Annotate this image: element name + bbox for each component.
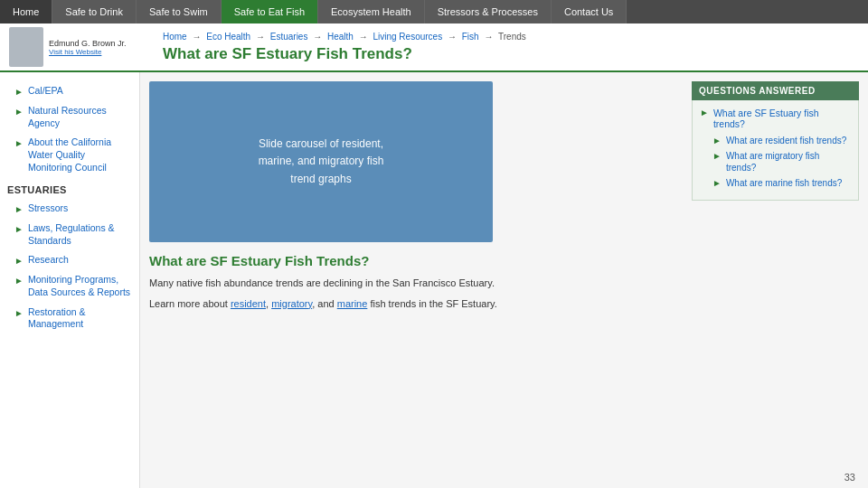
nav-ecosystem[interactable]: Ecosystem Health	[318, 0, 425, 23]
qa-sub-bullet-icon: ►	[712, 135, 722, 146]
page-title: What are SF Estuary Fish Trends?	[163, 45, 859, 63]
breadcrumb-arrow3: →	[313, 32, 322, 42]
breadcrumb-living[interactable]: Living Resources	[373, 32, 442, 42]
content-main: Slide carousel of resident,marine, and m…	[149, 81, 683, 479]
breadcrumb-arrow2: →	[256, 32, 265, 42]
sidebar-item-monitoring[interactable]: ► Monitoring Programs, Data Sources & Re…	[0, 270, 139, 302]
bullet-icon: ►	[14, 137, 24, 149]
breadcrumb-arrow4: →	[359, 32, 368, 42]
nav-safe-drink[interactable]: Safe to Drink	[52, 0, 137, 23]
bullet-icon: ►	[14, 223, 24, 235]
breadcrumb-arrow5: →	[448, 32, 457, 42]
logo-area: Edmund G. Brown Jr. Visit his Website	[9, 27, 154, 67]
fish-trend-carousel[interactable]: Slide carousel of resident,marine, and m…	[149, 81, 493, 242]
nav-safe-swim[interactable]: Safe to Swim	[137, 0, 222, 23]
content-title: What are SF Estuary Fish Trends?	[149, 253, 683, 268]
sidebar-item-about[interactable]: ► About the California Water Quality Mon…	[0, 133, 139, 177]
desc2-pre: Learn more about	[149, 298, 231, 309]
breadcrumb-home[interactable]: Home	[163, 32, 187, 42]
breadcrumb-fish[interactable]: Fish	[462, 32, 479, 42]
governor-info: Edmund G. Brown Jr. Visit his Website	[49, 39, 127, 56]
bullet-icon: ►	[14, 203, 24, 215]
sidebar-item-stressors[interactable]: ► Stressors	[0, 199, 139, 219]
governor-photo	[9, 27, 43, 67]
page-header: Edmund G. Brown Jr. Visit his Website Ho…	[0, 23, 868, 72]
nav-home[interactable]: Home	[0, 0, 52, 23]
bullet-icon: ►	[14, 255, 24, 267]
visit-website-link[interactable]: Visit his Website	[49, 48, 127, 56]
questions-answered-panel: QUESTIONS ANSWERED ► What are SF Estuary…	[692, 81, 859, 479]
qa-panel-header: QUESTIONS ANSWERED	[692, 81, 859, 100]
qa-bullet-icon: ►	[700, 108, 709, 117]
qa-panel-body: ► What are SF Estuary fish trends? ► Wha…	[692, 100, 859, 201]
content-area: Slide carousel of resident,marine, and m…	[140, 72, 868, 488]
breadcrumb-arrow6: →	[484, 32, 493, 42]
sidebar-item-research[interactable]: ► Research	[0, 250, 139, 270]
sidebar-section-estuaries: ESTUARIES	[0, 177, 139, 199]
bullet-icon: ►	[14, 86, 24, 98]
breadcrumb-eco[interactable]: Eco Health	[206, 32, 250, 42]
main-area: ► Cal/EPA ► Natural Resources Agency ► A…	[0, 72, 868, 488]
bullet-icon: ►	[14, 275, 24, 286]
qa-sub-item-marine[interactable]: ► What are marine fish trends?	[700, 177, 851, 189]
breadcrumb-health[interactable]: Health	[327, 32, 354, 42]
resident-link[interactable]: resident	[231, 298, 266, 309]
sidebar-item-restoration[interactable]: ► Restoration & Management	[0, 303, 139, 334]
nav-contact[interactable]: Contact Us	[552, 0, 627, 23]
breadcrumb-arrow: →	[192, 32, 201, 42]
top-navigation: Home Safe to Drink Safe to Swim Safe to …	[0, 0, 868, 23]
qa-sub-bullet-icon2: ►	[712, 150, 722, 162]
marine-link[interactable]: marine	[337, 298, 368, 309]
qa-sub-item-migratory[interactable]: ► What are migratory fish trends?	[700, 150, 851, 174]
bullet-icon: ►	[14, 307, 24, 319]
breadcrumb: Home → Eco Health → Estuaries → Health →…	[163, 32, 859, 42]
qa-sub-bullet-icon3: ►	[712, 177, 722, 189]
bullet-icon: ►	[14, 106, 24, 117]
desc2-comma2: , and	[312, 298, 337, 309]
breadcrumb-trends: Trends	[498, 32, 526, 42]
desc2-post: fish trends in the SF Estuary.	[367, 298, 496, 309]
header-right: Home → Eco Health → Estuaries → Health →…	[154, 32, 859, 63]
sidebar-item-calepa[interactable]: ► Cal/EPA	[0, 81, 139, 101]
governor-name: Edmund G. Brown Jr.	[49, 39, 127, 48]
page-number: 33	[844, 472, 855, 483]
migratory-link[interactable]: migratory	[271, 298, 312, 309]
sidebar: ► Cal/EPA ► Natural Resources Agency ► A…	[0, 72, 140, 488]
nav-stressors[interactable]: Stressors & Processes	[425, 0, 552, 23]
content-description-2: Learn more about resident, migratory, an…	[149, 296, 683, 312]
nav-safe-fish[interactable]: Safe to Eat Fish	[222, 0, 318, 23]
content-description-1: Many native fish abundance trends are de…	[149, 276, 683, 291]
sidebar-item-laws[interactable]: ► Laws, Regulations & Standards	[0, 219, 139, 250]
breadcrumb-estuaries[interactable]: Estuaries	[270, 32, 308, 42]
carousel-placeholder-text: Slide carousel of resident,marine, and m…	[259, 136, 384, 188]
qa-sub-item-resident[interactable]: ► What are resident fish trends?	[700, 135, 851, 146]
sidebar-item-nra[interactable]: ► Natural Resources Agency	[0, 101, 139, 133]
qa-main-question[interactable]: ► What are SF Estuary fish trends?	[700, 108, 851, 129]
